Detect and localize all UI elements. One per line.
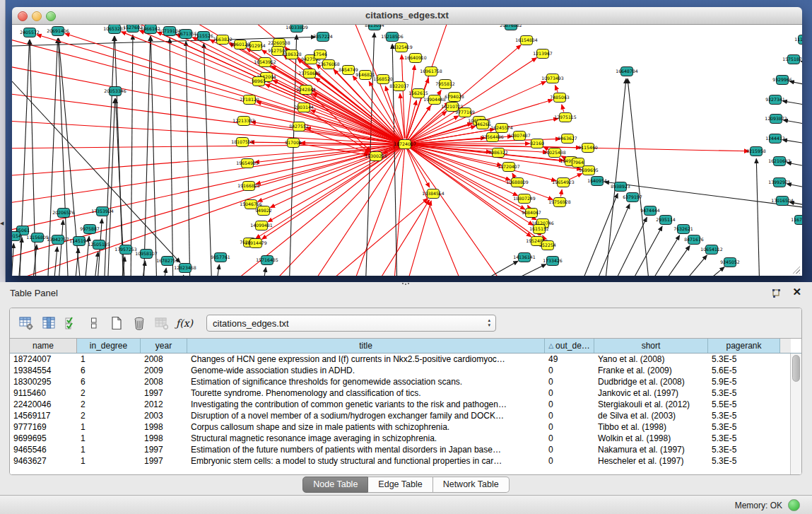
table-cell[interactable]: 5.3E-5 [708,444,780,455]
table-cell[interactable]: 0 [545,387,594,399]
table-cell[interactable]: 22420046 [10,399,77,410]
table-cell[interactable]: Tourette syndrome. Phenomenology and cla… [187,387,545,399]
table-cell[interactable]: Changes of HCN gene expression and I(f) … [187,354,545,365]
graph-node[interactable]: 8322037 [389,82,409,91]
graph-node[interactable]: 9245052 [720,258,740,267]
graph-node[interactable]: 10654112 [700,245,723,255]
table-cell[interactable]: Hescheler et al. (1997) [594,455,708,467]
graph-node[interactable]: 18300295 [365,152,387,161]
graph-node[interactable]: 12213383 [233,117,255,126]
graph-node[interactable]: 19384554 [422,189,445,199]
table-cell[interactable]: 5.9E-5 [708,376,780,387]
graph-node[interactable]: 16154834 [515,36,538,45]
graph-node[interactable]: 19904448 [423,95,446,105]
graph-node[interactable]: 20053346 [104,87,126,96]
graph-node[interactable]: 7964 [572,158,584,168]
column-header-year[interactable]: year [141,339,187,353]
table-cell[interactable]: 0 [545,444,594,455]
graph-node[interactable]: 19654923 [552,178,575,187]
table-cell[interactable]: 2003 [141,410,187,421]
graph-node[interactable]: 2718120 [240,95,259,105]
network-canvas[interactable]: 2405572206914061065328715276028466162107… [12,25,802,276]
table-cell[interactable]: 1 [77,444,141,455]
table-cell[interactable]: 5.3E-5 [708,387,780,399]
graph-node[interactable]: 1213967 [533,49,553,59]
graph-node[interactable]: 8813054 [365,25,384,30]
graph-node[interactable]: 23676068 [317,60,340,69]
graph-node[interactable]: 14099481 [250,221,273,230]
table-row[interactable]: 1456911722003Disruption of a novel membe… [10,410,801,421]
graph-node[interactable]: 16033809 [286,25,308,33]
graph-node[interactable]: 19166825 [237,182,260,191]
vertical-scrollbar[interactable] [790,354,801,475]
graph-node[interactable]: 7485063 [550,93,570,103]
left-panel-divider[interactable]: ◀ [0,0,6,282]
table-cell[interactable]: 1997 [141,444,187,455]
window-titlebar[interactable]: citations_edges.txt [12,7,802,25]
table-cell[interactable]: 1 [77,421,141,433]
table-cell[interactable]: 0 [545,376,594,387]
graph-node[interactable]: 8471676 [684,235,704,245]
graph-node[interactable]: 2935114 [656,216,676,225]
new-document-icon[interactable] [107,314,126,332]
table-cell[interactable]: 1 [77,433,141,444]
table-cell[interactable]: 19384554 [10,365,77,376]
graph-node[interactable]: 9115460 [578,144,598,153]
table-cell[interactable]: 5.3E-5 [708,455,780,467]
graph-node[interactable]: 9227341 [765,95,785,105]
table-cell[interactable]: 5.3E-5 [708,354,780,365]
graph-node[interactable]: 16782759 [156,257,179,266]
table-cell[interactable]: Yano et al. (2008) [594,354,708,365]
table-row[interactable]: 2242004622012Investigating the contribut… [10,399,801,410]
table-row[interactable]: 1872400712008Changes of HCN gene express… [10,354,801,365]
tab-edge-table[interactable]: Edge Table [368,477,433,493]
graph-node[interactable]: 23564486 [481,133,504,142]
table-cell[interactable]: Dudbridge et al. (2008) [594,376,708,387]
graph-node[interactable]: 10958107 [135,250,158,259]
graph-node[interactable]: 7986322 [488,148,508,158]
table-row[interactable]: 1938455462009Genome-wide association stu… [10,365,801,376]
graph-node[interactable]: 15720407 [498,163,520,172]
table-cell[interactable]: Genome-wide association studies in ADHD. [187,365,545,376]
graph-node[interactable]: 6379197 [623,193,642,202]
graph-node[interactable]: 1568520 [373,75,393,84]
table-cell[interactable]: Tibbo et al. (1998) [594,421,708,433]
select-checks-icon[interactable] [62,314,81,332]
table-select-dropdown[interactable]: citations_edges.txt ▴▾ [206,315,496,332]
table-cell[interactable]: 18724007 [10,354,77,365]
graph-node[interactable]: 15218506 [381,33,404,42]
graph-node[interactable]: 15716485 [256,256,278,265]
table-cell[interactable]: 9115460 [10,387,77,399]
graph-node[interactable]: 23758685 [298,69,321,78]
graph-node[interactable]: 6794028 [445,93,464,102]
table-cell[interactable]: Franke et al. (2009) [594,365,708,376]
graph-node[interactable]: 16961758 [420,67,442,76]
table-row[interactable]: 969969511998Structural magnetic resonanc… [10,433,801,444]
graph-node[interactable]: 17546 [313,50,327,59]
table-cell[interactable]: 2012 [141,399,187,410]
graph-node[interactable]: 7857224 [313,33,333,42]
column-header-pagerank[interactable]: pagerank [708,339,780,353]
graph-node[interactable]: 7955812 [435,80,455,89]
graph-node[interactable]: 18807249 [513,194,536,204]
graph-node[interactable]: 12823468 [174,264,196,273]
table-cell[interactable]: 6 [77,365,141,376]
graph-node[interactable]: 2405572 [20,28,40,37]
table-cell[interactable]: 2009 [141,365,187,376]
table-cell[interactable]: Corpus callosum shape and size in male p… [187,421,545,433]
table-cell[interactable]: 0 [545,365,594,376]
graph-node[interactable]: 9146821 [355,71,375,80]
float-window-icon[interactable] [771,288,782,299]
graph-node[interactable]: 10807487 [508,132,531,141]
table-cell[interactable]: 49 [545,354,594,365]
graph-node[interactable]: 9463627 [558,134,577,144]
graph-node[interactable]: 10688809 [506,178,529,187]
table-cell[interactable]: 2 [77,387,141,399]
scrollbar-thumb[interactable] [792,355,800,382]
table-cell[interactable]: Estimation of the future numbers of pati… [187,444,545,455]
table-cell[interactable]: 1 [77,354,141,365]
table-cell[interactable]: 5.3E-5 [708,421,780,433]
table-cell[interactable]: 0 [545,399,594,410]
graph-node[interactable]: 9084067 [522,209,541,218]
graph-node[interactable]: 9857761 [211,253,230,262]
